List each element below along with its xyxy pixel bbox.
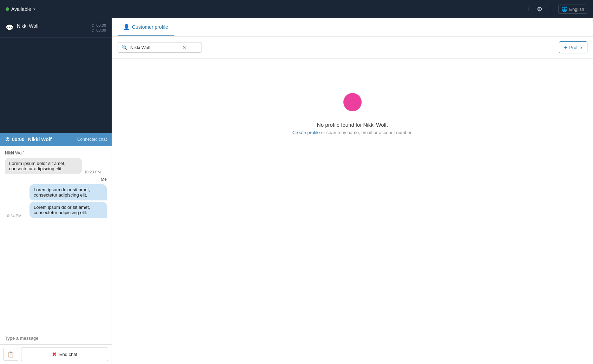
- chat-input-area: [0, 332, 112, 344]
- empty-state: No profile found for Nikki Wolf. Create …: [112, 59, 593, 364]
- search-input[interactable]: [130, 45, 179, 50]
- tab-bar: 👤 Customer profile: [112, 18, 593, 37]
- message-row-incoming: Lorem ipsum dolor sit amet, consectetur …: [5, 158, 107, 174]
- bubble-incoming: Lorem ipsum dolor sit amet, consectetur …: [5, 158, 82, 174]
- globe-icon: 🌐: [561, 6, 567, 12]
- chat-time-row-1: ⏱ 00:00: [91, 23, 106, 27]
- active-chat-header: ⏱ 00:00 Nikki Wolf Connected chat: [0, 133, 112, 146]
- search-icon: 🔍: [121, 45, 127, 50]
- empty-title: No profile found for Nikki Wolf.: [317, 122, 388, 128]
- active-chat-name: ⏱ 00:00 Nikki Wolf: [5, 137, 52, 142]
- chat-list-item[interactable]: 💬 Nikki Wolf ⏱ 00:00 ⏱ 00:00: [0, 18, 112, 38]
- me-label: Me: [5, 177, 107, 182]
- chat-time-1: 00:00: [96, 23, 106, 27]
- status-selector[interactable]: Available ▾: [6, 6, 35, 12]
- sender-name: Nikki Wolf: [5, 151, 107, 155]
- tab-label: Customer profile: [132, 24, 168, 30]
- sidebar-dark-area: [0, 38, 112, 133]
- bubble-outgoing-2: Lorem ipsum dolor sit amet, consectetur …: [29, 202, 107, 218]
- status-label: Available: [11, 6, 31, 12]
- chat-item-name: Nikki Wolf: [17, 23, 88, 29]
- top-nav: Available ▾ + ⚙ 🌐 English: [0, 0, 593, 18]
- chat-time-row-2: ⏱ 00:00: [91, 28, 106, 32]
- clear-search-button[interactable]: ✕: [182, 45, 186, 50]
- sidebar: 💬 Nikki Wolf ⏱ 00:00 ⏱ 00:00: [0, 18, 112, 364]
- chevron-down-icon: ▾: [33, 7, 35, 12]
- settings-icon[interactable]: ⚙: [535, 4, 544, 14]
- add-profile-label: Profile: [569, 45, 582, 50]
- status-dot: [6, 7, 9, 11]
- main-layout: 💬 Nikki Wolf ⏱ 00:00 ⏱ 00:00: [0, 18, 593, 364]
- language-selector[interactable]: 🌐 English: [558, 5, 587, 14]
- create-profile-link[interactable]: Create profile: [292, 130, 320, 135]
- tab-customer-profile[interactable]: 👤 Customer profile: [118, 18, 174, 36]
- add-button[interactable]: +: [525, 4, 532, 14]
- clock-icon-active: ⏱: [5, 137, 10, 142]
- clock-icon-2: ⏱: [91, 28, 95, 32]
- plus-icon: +: [564, 44, 567, 51]
- clock-icon-1: ⏱: [91, 24, 95, 27]
- empty-subtitle: Create profile or search by name, email …: [292, 130, 413, 135]
- outgoing-message-group: Me 10:24 PM Lorem ipsum dolor sit amet, …: [5, 177, 107, 218]
- search-input-wrap: 🔍 ✕: [118, 42, 202, 53]
- chat-icon: 💬: [6, 23, 13, 32]
- end-chat-x-icon: ✖: [52, 351, 57, 358]
- chat-input[interactable]: [5, 336, 107, 341]
- chat-messages: Nikki Wolf Lorem ipsum dolor sit amet, c…: [0, 146, 112, 332]
- msg-time: 10:23 PM: [84, 170, 101, 174]
- chat-item-info: Nikki Wolf: [17, 23, 88, 29]
- add-profile-button[interactable]: + Profile: [559, 41, 587, 53]
- blob-circle: [343, 93, 362, 111]
- bottom-bar: 📋 ✖ End chat: [0, 344, 112, 364]
- search-bar-row: 🔍 ✕ + Profile: [112, 37, 593, 59]
- right-panel: 👤 Customer profile 🔍 ✕ + Profile No prof…: [112, 18, 593, 364]
- end-chat-label: End chat: [59, 352, 77, 357]
- language-label: English: [569, 7, 584, 12]
- outgoing-bubbles: Lorem ipsum dolor sit amet, consectetur …: [24, 184, 107, 218]
- empty-sub-text: or search by name, email or account numb…: [320, 130, 413, 135]
- case-icon-button[interactable]: 📋: [4, 348, 18, 361]
- bubble-outgoing-1: Lorem ipsum dolor sit amet, consectetur …: [29, 184, 107, 200]
- connected-label: Connected chat: [77, 137, 107, 142]
- active-chat-section: ⏱ 00:00 Nikki Wolf Connected chat Nikki …: [0, 133, 112, 364]
- chat-time-2: 00:00: [96, 28, 106, 32]
- incoming-message-group: Nikki Wolf Lorem ipsum dolor sit amet, c…: [5, 151, 107, 174]
- empty-state-blob: [338, 87, 367, 115]
- msg-time-left: 10:24 PM: [5, 214, 21, 218]
- tab-person-icon: 👤: [123, 24, 130, 30]
- outgoing-row-1: 10:24 PM Lorem ipsum dolor sit amet, con…: [5, 184, 107, 218]
- chat-item-times: ⏱ 00:00 ⏱ 00:00: [91, 23, 106, 32]
- end-chat-button[interactable]: ✖ End chat: [21, 348, 108, 361]
